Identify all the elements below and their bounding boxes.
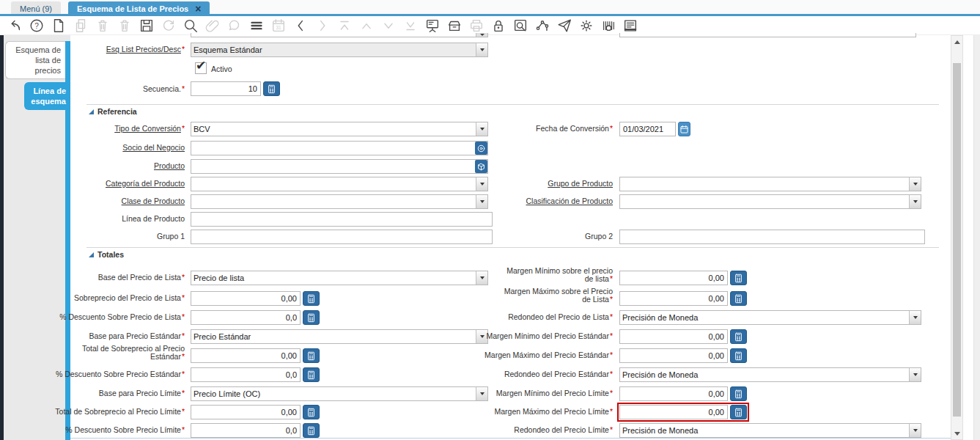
socio-negocio-field[interactable] — [191, 141, 488, 155]
clase-producto-combobox[interactable] — [191, 194, 488, 209]
clasificacion-producto-combobox[interactable] — [619, 194, 921, 209]
base-precio-estandar-combobox[interactable] — [191, 329, 488, 344]
sobreprecio-lista-input[interactable] — [191, 291, 301, 306]
label-producto[interactable]: Producto — [154, 161, 185, 170]
save-button[interactable] — [138, 17, 155, 34]
margen-max-limite-input[interactable] — [619, 405, 728, 419]
margen-max-lista-input[interactable] — [619, 291, 728, 306]
descuento-lista-input[interactable] — [191, 310, 301, 325]
report-button[interactable] — [424, 17, 441, 34]
chevron-down-icon[interactable] — [909, 177, 921, 191]
producto-input[interactable] — [191, 160, 475, 173]
calculator-button[interactable] — [730, 386, 747, 401]
label-clase-producto[interactable]: Clase de Producto — [122, 197, 185, 205]
calculator-button[interactable] — [730, 271, 747, 285]
vertical-scrollbar[interactable] — [951, 35, 963, 440]
scroll-down-arrow[interactable] — [951, 428, 962, 439]
descuento-limite-input[interactable] — [191, 423, 301, 438]
base-precio-limite-combobox[interactable] — [191, 386, 488, 401]
label-grupo-producto[interactable]: Grupo de Producto — [548, 179, 613, 188]
tipo-conversion-combobox[interactable] — [191, 122, 488, 136]
fecha-conversion-input[interactable] — [619, 122, 676, 136]
calculator-button[interactable] — [303, 367, 320, 382]
linea-producto-input[interactable] — [191, 212, 493, 227]
producto-field[interactable] — [191, 159, 488, 174]
report-window-button[interactable] — [622, 17, 639, 34]
calculator-button[interactable] — [730, 291, 747, 306]
chevron-down-icon[interactable] — [476, 43, 487, 56]
chevron-down-icon[interactable] — [909, 424, 921, 437]
label-clasificacion-producto[interactable]: Clasificación de Producto — [526, 197, 613, 205]
toggle-grid-button[interactable] — [248, 17, 265, 34]
redondeo-lista-input[interactable] — [620, 311, 909, 324]
calendar-button[interactable] — [678, 122, 690, 136]
scrollbar-thumb[interactable] — [953, 63, 961, 417]
sobreprecio-estandar-input[interactable] — [191, 348, 301, 363]
calculator-button[interactable] — [303, 405, 320, 419]
margen-max-estandar-input[interactable] — [619, 348, 728, 363]
chevron-down-icon[interactable] — [476, 122, 487, 136]
margen-min-estandar-input[interactable] — [619, 329, 728, 344]
product-info-button[interactable] — [600, 17, 617, 34]
label-categoria-producto[interactable]: Categoría del Producto — [106, 179, 185, 188]
calculator-button[interactable] — [303, 423, 320, 438]
preferences-button[interactable] — [578, 17, 595, 34]
grupo2-input[interactable] — [619, 230, 925, 244]
chevron-down-icon[interactable] — [476, 177, 487, 191]
base-precio-lista-combobox[interactable] — [191, 271, 488, 285]
grupo1-input[interactable] — [191, 230, 493, 244]
redondeo-estandar-combobox[interactable] — [619, 367, 921, 382]
send-button[interactable] — [556, 17, 573, 34]
calculator-button[interactable] — [730, 348, 747, 363]
label-socio-negocio[interactable]: Socio del Negocio — [122, 143, 185, 152]
esq-list-precios-input[interactable] — [191, 43, 476, 56]
calculator-button[interactable] — [730, 329, 747, 344]
label-esq-list-precios[interactable]: Esq List Precios/Desc* — [106, 45, 185, 54]
chevron-down-icon[interactable] — [476, 271, 487, 285]
chevron-down-icon[interactable] — [476, 387, 487, 400]
redondeo-lista-combobox[interactable] — [619, 310, 921, 325]
clase-producto-input[interactable] — [191, 195, 476, 208]
find-button[interactable] — [182, 17, 199, 34]
margen-min-limite-input[interactable] — [619, 386, 728, 401]
grupo-producto-combobox[interactable] — [619, 177, 921, 191]
categoria-producto-combobox[interactable] — [191, 177, 488, 191]
product-search-button[interactable] — [475, 160, 487, 173]
previous-record-button[interactable] — [292, 17, 309, 34]
sidebar-tab-linea-esquema[interactable]: Línea de esquema — [24, 82, 70, 110]
chevron-down-icon[interactable] — [909, 311, 921, 324]
calculator-button[interactable] — [303, 310, 320, 325]
sidebar-tab-esquema-lista-precios[interactable]: Esquema de lista de precios — [5, 41, 65, 79]
calculator-button[interactable] — [263, 81, 280, 96]
redondeo-limite-input[interactable] — [620, 424, 909, 437]
redondeo-estandar-input[interactable] — [620, 368, 909, 381]
record-access-button[interactable] — [512, 17, 529, 34]
base-precio-lista-input[interactable] — [191, 271, 476, 285]
chevron-down-icon[interactable] — [476, 195, 487, 208]
clasificacion-producto-input[interactable] — [620, 195, 909, 208]
socio-negocio-input[interactable] — [191, 142, 475, 155]
margen-min-lista-input[interactable] — [619, 271, 728, 285]
workflow-button[interactable] — [534, 17, 551, 34]
sobreprecio-limite-input[interactable] — [191, 405, 301, 419]
chevron-down-icon[interactable] — [909, 195, 921, 208]
base-precio-estandar-input[interactable] — [191, 330, 476, 343]
calculator-button[interactable] — [730, 405, 747, 419]
calculator-button[interactable] — [303, 348, 320, 363]
activo-checkbox[interactable]: ✔ — [195, 62, 207, 74]
descuento-estandar-input[interactable] — [191, 367, 301, 382]
categoria-producto-input[interactable] — [191, 177, 476, 191]
base-precio-limite-input[interactable] — [191, 387, 476, 400]
archive-button[interactable] — [446, 17, 463, 34]
grupo-producto-input[interactable] — [620, 177, 909, 191]
redondeo-limite-combobox[interactable] — [619, 423, 921, 438]
section-referencia-header[interactable]: Referencia — [89, 107, 137, 116]
undo-button[interactable] — [6, 17, 23, 34]
new-record-button[interactable] — [50, 17, 67, 34]
secuencia-input[interactable] — [191, 81, 261, 96]
help-button[interactable]: ? — [28, 17, 45, 34]
scroll-up-arrow[interactable] — [951, 36, 962, 48]
close-icon[interactable]: × — [195, 4, 201, 14]
section-totales-header[interactable]: Totales — [89, 250, 124, 259]
lock-button[interactable] — [490, 17, 507, 34]
